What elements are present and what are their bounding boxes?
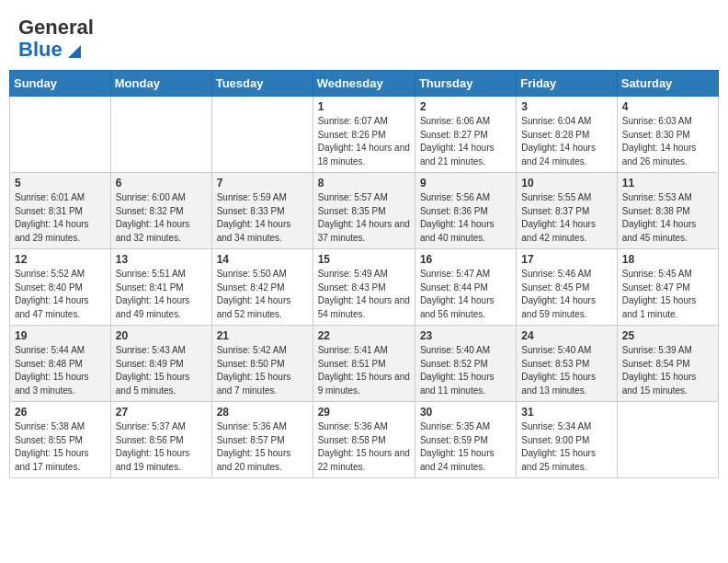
calendar-header-tuesday: Tuesday xyxy=(211,71,313,97)
day-content: Sunrise: 5:56 AM Sunset: 8:36 PM Dayligh… xyxy=(420,191,511,245)
calendar-body: 1Sunrise: 6:07 AM Sunset: 8:26 PM Daylig… xyxy=(10,97,719,478)
calendar-week-row: 26Sunrise: 5:38 AM Sunset: 8:55 PM Dayli… xyxy=(10,402,719,478)
calendar-cell: 23Sunrise: 5:40 AM Sunset: 8:52 PM Dayli… xyxy=(415,326,516,402)
day-number: 18 xyxy=(622,253,713,266)
day-number: 30 xyxy=(420,406,511,419)
day-number: 26 xyxy=(15,406,106,419)
day-number: 11 xyxy=(622,177,713,190)
day-content: Sunrise: 5:47 AM Sunset: 8:44 PM Dayligh… xyxy=(420,268,511,321)
day-content: Sunrise: 5:36 AM Sunset: 8:57 PM Dayligh… xyxy=(217,420,308,474)
calendar-cell: 28Sunrise: 5:36 AM Sunset: 8:57 PM Dayli… xyxy=(211,402,313,478)
day-number: 28 xyxy=(217,406,308,419)
day-number: 25 xyxy=(622,329,713,342)
calendar-cell xyxy=(110,97,211,173)
logo: General Blue xyxy=(18,17,94,61)
calendar-cell: 9Sunrise: 5:56 AM Sunset: 8:36 PM Daylig… xyxy=(415,173,516,249)
day-number: 24 xyxy=(521,329,611,342)
day-number: 19 xyxy=(15,329,106,342)
day-content: Sunrise: 5:38 AM Sunset: 8:55 PM Dayligh… xyxy=(15,420,106,474)
calendar-cell: 15Sunrise: 5:49 AM Sunset: 8:43 PM Dayli… xyxy=(313,249,415,326)
calendar-cell: 31Sunrise: 5:34 AM Sunset: 9:00 PM Dayli… xyxy=(517,402,617,478)
day-content: Sunrise: 5:59 AM Sunset: 8:33 PM Dayligh… xyxy=(217,191,308,245)
calendar-cell xyxy=(617,402,718,478)
calendar-cell: 2Sunrise: 6:06 AM Sunset: 8:27 PM Daylig… xyxy=(415,97,516,173)
day-content: Sunrise: 5:50 AM Sunset: 8:42 PM Dayligh… xyxy=(217,268,308,321)
calendar-cell: 21Sunrise: 5:42 AM Sunset: 8:50 PM Dayli… xyxy=(211,326,313,402)
day-number: 17 xyxy=(521,253,611,266)
calendar-header-monday: Monday xyxy=(110,71,211,97)
day-content: Sunrise: 5:35 AM Sunset: 8:59 PM Dayligh… xyxy=(420,420,511,474)
day-content: Sunrise: 5:41 AM Sunset: 8:51 PM Dayligh… xyxy=(318,344,410,397)
day-number: 8 xyxy=(318,177,410,190)
svg-marker-0 xyxy=(68,45,81,58)
day-content: Sunrise: 5:57 AM Sunset: 8:35 PM Dayligh… xyxy=(318,191,410,245)
day-number: 16 xyxy=(420,253,511,266)
calendar-cell: 27Sunrise: 5:37 AM Sunset: 8:56 PM Dayli… xyxy=(110,402,211,478)
day-content: Sunrise: 5:46 AM Sunset: 8:45 PM Dayligh… xyxy=(521,268,611,321)
calendar-week-row: 1Sunrise: 6:07 AM Sunset: 8:26 PM Daylig… xyxy=(10,97,719,173)
calendar-cell: 14Sunrise: 5:50 AM Sunset: 8:42 PM Dayli… xyxy=(211,249,313,326)
day-number: 10 xyxy=(521,177,611,190)
calendar-cell: 25Sunrise: 5:39 AM Sunset: 8:54 PM Dayli… xyxy=(617,326,718,402)
day-number: 1 xyxy=(318,100,410,113)
day-number: 4 xyxy=(622,100,713,113)
calendar-cell: 10Sunrise: 5:55 AM Sunset: 8:37 PM Dayli… xyxy=(517,173,617,249)
calendar-cell: 24Sunrise: 5:40 AM Sunset: 8:53 PM Dayli… xyxy=(517,326,617,402)
calendar-cell: 3Sunrise: 6:04 AM Sunset: 8:28 PM Daylig… xyxy=(517,97,617,173)
day-content: Sunrise: 6:03 AM Sunset: 8:30 PM Dayligh… xyxy=(622,115,713,168)
day-number: 5 xyxy=(15,177,106,190)
calendar-cell: 26Sunrise: 5:38 AM Sunset: 8:55 PM Dayli… xyxy=(10,402,111,478)
day-content: Sunrise: 5:39 AM Sunset: 8:54 PM Dayligh… xyxy=(622,344,713,397)
day-number: 21 xyxy=(217,329,308,342)
calendar-cell: 29Sunrise: 5:36 AM Sunset: 8:58 PM Dayli… xyxy=(313,402,415,478)
calendar-week-row: 12Sunrise: 5:52 AM Sunset: 8:40 PM Dayli… xyxy=(10,249,719,326)
calendar-table: SundayMondayTuesdayWednesdayThursdayFrid… xyxy=(9,70,719,478)
day-number: 23 xyxy=(420,329,511,342)
calendar-header-sunday: Sunday xyxy=(10,71,111,97)
calendar-cell xyxy=(211,97,313,173)
calendar-cell: 4Sunrise: 6:03 AM Sunset: 8:30 PM Daylig… xyxy=(617,97,718,173)
calendar-cell: 20Sunrise: 5:43 AM Sunset: 8:49 PM Dayli… xyxy=(110,326,211,402)
calendar-header-friday: Friday xyxy=(517,71,617,97)
calendar-header-row: SundayMondayTuesdayWednesdayThursdayFrid… xyxy=(10,71,719,97)
calendar-cell: 13Sunrise: 5:51 AM Sunset: 8:41 PM Dayli… xyxy=(110,249,211,326)
calendar-cell: 6Sunrise: 6:00 AM Sunset: 8:32 PM Daylig… xyxy=(110,173,211,249)
day-content: Sunrise: 5:45 AM Sunset: 8:47 PM Dayligh… xyxy=(622,268,713,321)
day-content: Sunrise: 6:00 AM Sunset: 8:32 PM Dayligh… xyxy=(116,191,207,245)
day-content: Sunrise: 5:43 AM Sunset: 8:49 PM Dayligh… xyxy=(116,344,207,397)
day-number: 13 xyxy=(116,253,207,266)
day-content: Sunrise: 5:34 AM Sunset: 9:00 PM Dayligh… xyxy=(521,420,611,474)
calendar-cell: 17Sunrise: 5:46 AM Sunset: 8:45 PM Dayli… xyxy=(517,249,617,326)
calendar-cell: 12Sunrise: 5:52 AM Sunset: 8:40 PM Dayli… xyxy=(10,249,111,326)
calendar-cell: 8Sunrise: 5:57 AM Sunset: 8:35 PM Daylig… xyxy=(313,173,415,249)
day-content: Sunrise: 6:01 AM Sunset: 8:31 PM Dayligh… xyxy=(15,191,106,245)
calendar-cell: 16Sunrise: 5:47 AM Sunset: 8:44 PM Dayli… xyxy=(415,249,516,326)
day-number: 3 xyxy=(521,100,611,113)
day-content: Sunrise: 5:40 AM Sunset: 8:53 PM Dayligh… xyxy=(521,344,611,397)
calendar-cell: 7Sunrise: 5:59 AM Sunset: 8:33 PM Daylig… xyxy=(211,173,313,249)
calendar-week-row: 19Sunrise: 5:44 AM Sunset: 8:48 PM Dayli… xyxy=(10,326,719,402)
calendar-header-thursday: Thursday xyxy=(415,71,516,97)
day-number: 22 xyxy=(318,329,410,342)
day-content: Sunrise: 5:37 AM Sunset: 8:56 PM Dayligh… xyxy=(116,420,207,474)
day-number: 14 xyxy=(217,253,308,266)
day-number: 6 xyxy=(116,177,207,190)
calendar-cell: 18Sunrise: 5:45 AM Sunset: 8:47 PM Dayli… xyxy=(617,249,718,326)
calendar-header-wednesday: Wednesday xyxy=(313,71,415,97)
calendar-week-row: 5Sunrise: 6:01 AM Sunset: 8:31 PM Daylig… xyxy=(10,173,719,249)
day-number: 15 xyxy=(318,253,410,266)
calendar-cell: 22Sunrise: 5:41 AM Sunset: 8:51 PM Dayli… xyxy=(313,326,415,402)
day-content: Sunrise: 6:07 AM Sunset: 8:26 PM Dayligh… xyxy=(318,115,410,168)
day-number: 9 xyxy=(420,177,511,190)
logo-icon xyxy=(64,41,81,58)
calendar-cell: 30Sunrise: 5:35 AM Sunset: 8:59 PM Dayli… xyxy=(415,402,516,478)
day-content: Sunrise: 5:52 AM Sunset: 8:40 PM Dayligh… xyxy=(15,268,106,321)
calendar-cell xyxy=(10,97,111,173)
day-content: Sunrise: 5:40 AM Sunset: 8:52 PM Dayligh… xyxy=(420,344,511,397)
calendar-cell: 19Sunrise: 5:44 AM Sunset: 8:48 PM Dayli… xyxy=(10,326,111,402)
day-number: 27 xyxy=(116,406,207,419)
day-content: Sunrise: 5:55 AM Sunset: 8:37 PM Dayligh… xyxy=(521,191,611,245)
day-number: 12 xyxy=(15,253,106,266)
calendar-cell: 1Sunrise: 6:07 AM Sunset: 8:26 PM Daylig… xyxy=(313,97,415,173)
logo-blue: Blue xyxy=(18,39,63,61)
